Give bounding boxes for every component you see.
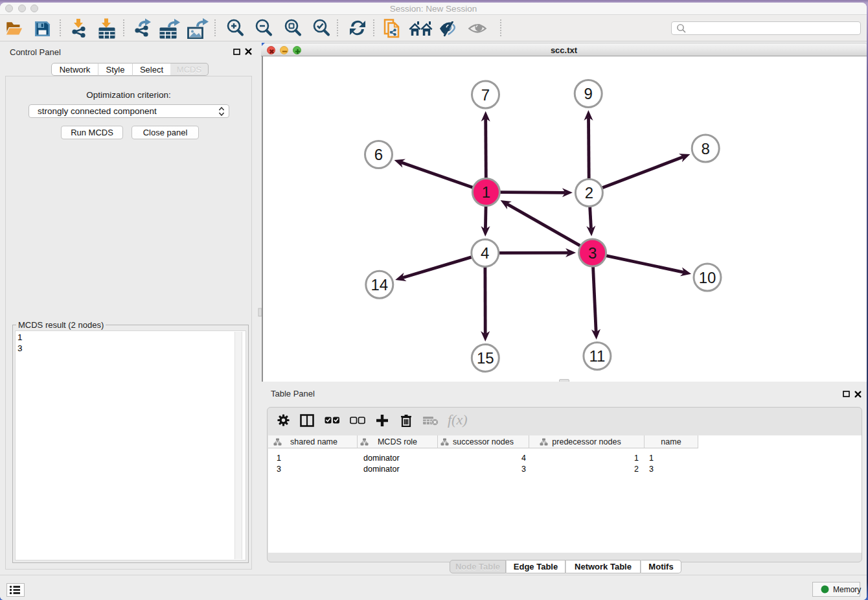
svg-text:14: 14 — [371, 276, 388, 294]
svg-text:10: 10 — [699, 269, 716, 286]
svg-text:11: 11 — [589, 347, 605, 365]
svg-text:9: 9 — [584, 85, 593, 102]
svg-text:2: 2 — [585, 184, 593, 202]
svg-text:4: 4 — [481, 244, 489, 262]
svg-text:15: 15 — [477, 349, 494, 367]
svg-text:8: 8 — [702, 140, 710, 157]
svg-text:7: 7 — [481, 86, 490, 104]
svg-text:6: 6 — [374, 146, 383, 163]
svg-text:1: 1 — [482, 183, 490, 201]
svg-text:3: 3 — [588, 244, 597, 262]
